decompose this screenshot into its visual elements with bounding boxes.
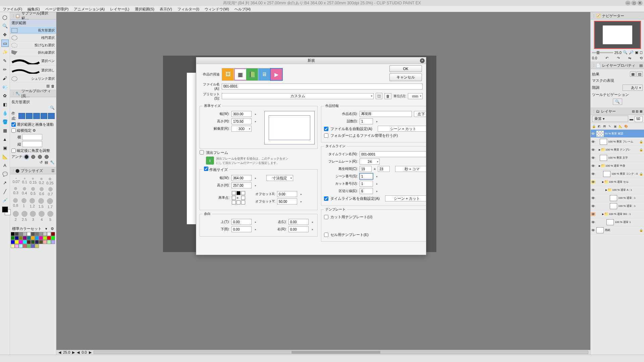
visibility-icon[interactable]: 👁 — [591, 180, 595, 184]
menu-window[interactable]: ウィンドウ(W) — [202, 6, 232, 12]
swatch[interactable] — [19, 232, 23, 236]
subtool-shrink[interactable]: シュリンク選択 — [10, 75, 56, 82]
visibility-icon[interactable]: 👁 — [591, 196, 595, 200]
dialog-title-bar[interactable]: 新規 ✕ — [196, 57, 426, 64]
corner-dropdown[interactable]: 左下 — [414, 111, 426, 117]
colorset-options-icon[interactable]: ⚙ — [51, 227, 54, 231]
swatch[interactable] — [43, 236, 47, 240]
tool-ruler[interactable]: 📐 — [1, 153, 9, 160]
timeline-name-input[interactable] — [360, 151, 426, 157]
effect-border-icon[interactable]: ▦ — [630, 71, 636, 77]
layer-ref-icon[interactable]: ⬒ — [602, 124, 607, 129]
layer-row[interactable]: 👁100 % 通常 1 — [591, 218, 644, 226]
navigator-thumbnail[interactable] — [594, 21, 641, 49]
swatch[interactable] — [23, 240, 27, 244]
auto-timeline-dropdown[interactable]: シーン + カット — [385, 195, 426, 201]
menu-help[interactable]: ヘルプ(H) — [232, 6, 253, 12]
layer-row[interactable]: 👁▸📁100 % 通常 BG : 1 — [591, 210, 644, 218]
layer-row[interactable]: 👁用紙🔒 — [591, 226, 644, 234]
tool-wand[interactable]: ✨ — [1, 48, 9, 56]
swatch[interactable] — [51, 232, 55, 236]
tool-decoration[interactable]: ✿ — [1, 92, 9, 99]
filename-input[interactable] — [222, 83, 423, 89]
zoom-in-icon[interactable]: 🔎 — [629, 50, 634, 55]
subtool-add-icon[interactable]: ▥ — [46, 84, 50, 88]
swatch[interactable] — [27, 244, 31, 248]
tool-marquee[interactable]: ▭ — [1, 40, 9, 47]
swatch[interactable] — [47, 236, 51, 240]
tool-airbrush[interactable]: 💨 — [1, 83, 9, 90]
tool-pen[interactable]: ✎ — [1, 57, 9, 64]
preset-dropdown[interactable]: カスタム — [222, 93, 374, 99]
swatch[interactable] — [43, 232, 47, 236]
link-image-checkbox[interactable] — [11, 122, 16, 127]
scene-number-input[interactable] — [360, 173, 373, 179]
tool-eyedropper[interactable]: 💉 — [1, 196, 9, 204]
lock-icon[interactable]: 🔒 — [639, 229, 643, 232]
layer-row[interactable]: 👁100 % 乗算 コンテ : 0🔒 — [591, 170, 644, 178]
layer-row[interactable]: 👁50 % 乗算 確認 — [591, 130, 644, 138]
lock-icon[interactable]: 🔒 — [639, 140, 643, 143]
tool-magnify[interactable]: 🔍 — [1, 22, 9, 29]
menu-view[interactable]: 表示(V) — [157, 6, 175, 12]
tool-blend[interactable]: 💧 — [1, 109, 9, 117]
window-close-button[interactable]: ✕ — [637, 1, 643, 5]
toolnav-icon[interactable]: 🔍 — [613, 99, 622, 105]
swatch[interactable] — [47, 240, 51, 244]
layer-row[interactable]: 👁100 % 通常 : 1 — [591, 194, 644, 202]
tool-fill[interactable]: 🪣 — [1, 118, 9, 125]
toolprop-wrench-icon[interactable]: 🔧 — [50, 160, 55, 165]
auto-filename-checkbox[interactable] — [324, 127, 328, 131]
lock-icon[interactable]: 🔒 — [639, 148, 643, 152]
cancel-button[interactable]: キャンセル — [389, 73, 422, 81]
visibility-icon[interactable]: 👁 — [591, 164, 595, 168]
purpose-tabs[interactable]: 🖼 ▦ 📗 🖥 ▶ — [222, 68, 283, 81]
frame-checkbox[interactable] — [200, 150, 204, 155]
episode-input[interactable] — [360, 118, 373, 124]
layer-draft-icon[interactable]: ✎ — [607, 124, 612, 129]
rotate-cw-icon[interactable]: ↷ — [617, 56, 620, 60]
margin-top-input[interactable] — [231, 219, 252, 225]
visibility-icon[interactable]: 👁 — [591, 148, 595, 152]
tool-gradient[interactable]: ▦ — [1, 127, 9, 134]
swatch[interactable] — [39, 232, 43, 236]
layer-row[interactable]: 👁100 % 乗算 文字 — [591, 154, 644, 162]
playtime-frame-input[interactable] — [378, 166, 390, 172]
rotate-ccw-icon[interactable]: ↶ — [605, 56, 608, 60]
purpose-illustration[interactable]: 🖼 — [222, 68, 234, 80]
layerprop-menu-icon[interactable]: ▤ — [639, 63, 643, 68]
brush-menu-icon[interactable]: ☰ — [51, 169, 55, 173]
antialias-buttons[interactable] — [24, 155, 49, 159]
visibility-icon[interactable]: 👁 — [591, 140, 595, 144]
tool-brush[interactable]: 🖌 — [1, 74, 9, 82]
subtool-panel-header[interactable]: ⋮⋮📋 サブツール[選択範… — [10, 12, 56, 19]
base-height-input[interactable] — [231, 118, 252, 124]
offset-y-input[interactable] — [277, 198, 297, 204]
layer-list[interactable]: 👁50 % 乗算 確認👁100 % 乗算 フレーム🔒👁▸📁100 % 乗算 テン… — [591, 130, 644, 355]
swatch[interactable] — [23, 232, 27, 236]
swatch[interactable] — [39, 236, 43, 240]
auto-timeline-checkbox[interactable] — [324, 196, 328, 201]
tool-text[interactable]: A — [1, 162, 9, 169]
subtool-polyline[interactable]: 折れ線選択 — [10, 49, 56, 56]
window-minimize-button[interactable]: — — [625, 1, 631, 5]
blend-mode-dropdown[interactable]: 乗算 ▾ — [592, 116, 628, 122]
subtool-delete-icon[interactable]: 🗑 — [51, 84, 55, 88]
window-maximize-button[interactable]: ◻ — [631, 1, 637, 5]
offset-x-input[interactable] — [277, 191, 297, 197]
purpose-animation[interactable]: ▶ — [270, 68, 282, 80]
swatch[interactable] — [31, 240, 35, 244]
layers-panel-header[interactable]: ⋮⋮🗂レイヤー▤ ▥ ▦ — [591, 108, 644, 115]
folder-manage-checkbox[interactable] — [324, 133, 328, 138]
swatch[interactable] — [35, 236, 39, 240]
draw-height-input[interactable] — [231, 182, 252, 188]
swatch[interactable] — [39, 240, 43, 244]
margin-right-input[interactable] — [288, 226, 309, 232]
visibility-icon[interactable]: 👁 — [591, 228, 595, 232]
swatch-grid[interactable] — [11, 232, 55, 248]
subtool-select-pen[interactable]: 選択ペン — [10, 56, 56, 66]
resolution-dropdown[interactable]: 300 — [231, 126, 252, 132]
angle-checkbox[interactable] — [11, 148, 16, 153]
visibility-icon[interactable]: 👁 — [591, 212, 595, 216]
flip-h-icon[interactable]: ⇋ — [628, 56, 631, 60]
